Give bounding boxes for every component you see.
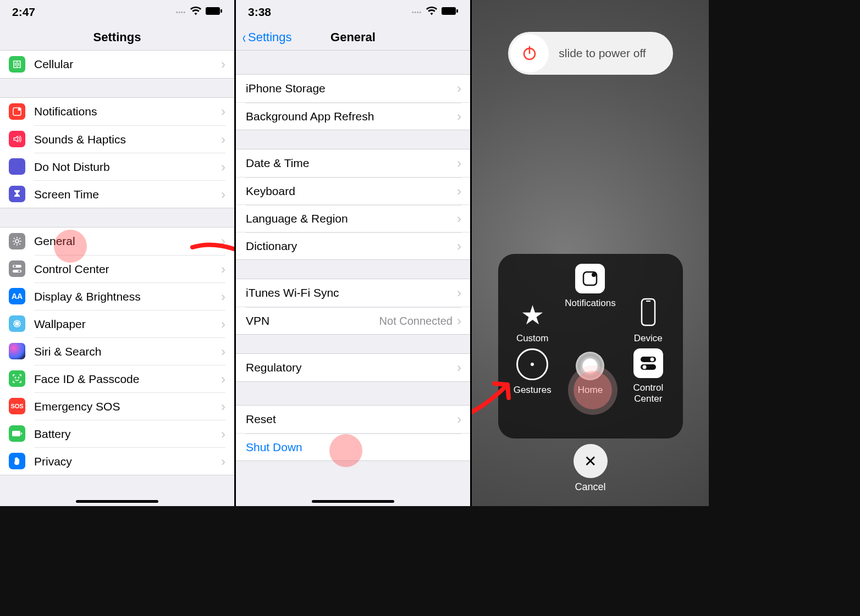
svg-rect-0 (206, 7, 220, 15)
svg-rect-16 (456, 9, 458, 13)
row-date-time[interactable]: Date & Time› (236, 149, 470, 177)
at-device[interactable]: Device (619, 264, 677, 348)
at-gestures[interactable]: Gestures (504, 348, 561, 433)
row-keyboard[interactable]: Keyboard› (236, 177, 470, 204)
row-vpn[interactable]: VPNNot Connected› (236, 307, 470, 334)
row-bg-refresh[interactable]: Background App Refresh› (236, 102, 470, 130)
nav-bar: ‹ Settings General (236, 24, 470, 51)
section-sep (236, 130, 470, 149)
chevron-icon: › (457, 238, 461, 254)
chevron-icon: › (221, 132, 225, 147)
row-label: Background App Refresh (246, 110, 374, 123)
section-sep (0, 78, 234, 98)
at-control-center[interactable]: Control Center (619, 348, 677, 433)
row-dictionary[interactable]: Dictionary› (236, 232, 470, 259)
chevron-icon: › (221, 454, 225, 469)
chevron-icon: › (457, 360, 461, 375)
chevron-icon: › (457, 313, 461, 329)
cell-signal-icon: •••• (412, 9, 422, 15)
row-label: Keyboard (246, 185, 295, 198)
row-label: Date & Time (246, 157, 310, 170)
row-label: Control Center (34, 263, 109, 276)
home-indicator[interactable] (312, 500, 394, 503)
settings-screen: 2:47 •••• Settings Cellular› Notificatio… (0, 0, 236, 506)
home-indicator[interactable] (76, 500, 158, 503)
row-iphone-storage[interactable]: iPhone Storage› (236, 75, 470, 102)
toggles-icon (9, 260, 25, 277)
chevron-icon: › (221, 57, 225, 72)
chevron-icon: › (457, 211, 461, 226)
chevron-icon: › (457, 285, 461, 301)
at-custom[interactable]: ★ Custom (504, 264, 561, 348)
cellular-icon (9, 56, 25, 73)
assistive-touch-menu: Notifications ★ Custom Device Gestures H… (498, 254, 683, 439)
row-sos[interactable]: SOS Emergency SOS› (0, 392, 234, 420)
wallpaper-icon (9, 315, 25, 332)
row-dnd[interactable]: Do Not Disturb› (0, 153, 234, 180)
row-label: Display & Brightness (34, 290, 141, 303)
chevron-icon: › (221, 104, 225, 119)
row-label: Siri & Search (34, 345, 102, 358)
row-notifications[interactable]: Notifications› (0, 98, 234, 125)
row-label: Regulatory (246, 361, 302, 374)
row-control-center[interactable]: Control Center› (0, 255, 234, 282)
status-time: 3:38 (248, 5, 271, 19)
svg-point-12 (18, 377, 19, 378)
row-language[interactable]: Language & Region› (236, 204, 470, 232)
row-label: Do Not Disturb (34, 160, 110, 174)
page-title: Settings (93, 30, 141, 45)
row-battery[interactable]: Battery› (0, 420, 234, 447)
svg-point-4 (15, 240, 19, 243)
section-sep (236, 51, 470, 75)
control-center-icon (633, 348, 663, 378)
row-label: iPhone Storage (246, 82, 326, 95)
row-siri[interactable]: Siri & Search› (0, 337, 234, 365)
back-button[interactable]: ‹ Settings (241, 30, 292, 45)
wifi-icon (190, 7, 201, 18)
at-notifications[interactable]: Notifications (561, 264, 619, 348)
section-sep (0, 208, 234, 227)
row-general[interactable]: General› (0, 227, 234, 255)
row-wallpaper[interactable]: Wallpaper› (0, 310, 234, 337)
poweroff-screen: slide to power off Notifications ★ Custo… (472, 0, 709, 506)
row-regulatory[interactable]: Regulatory› (236, 354, 470, 381)
svg-point-25 (650, 358, 654, 362)
chevron-icon: › (221, 317, 225, 332)
row-faceid[interactable]: Face ID & Passcode› (0, 365, 234, 392)
gestures-icon (516, 348, 548, 380)
cancel-button[interactable]: ✕ (574, 444, 608, 478)
back-label: Settings (248, 30, 292, 45)
power-off-slider[interactable]: slide to power off (508, 32, 673, 75)
sounds-icon (9, 131, 25, 147)
row-label: Dictionary (246, 240, 297, 253)
row-sounds[interactable]: Sounds & Haptics› (0, 125, 234, 153)
chevron-icon: › (221, 344, 225, 359)
row-screentime[interactable]: Screen Time› (0, 180, 234, 208)
row-display[interactable]: AA Display & Brightness› (0, 282, 234, 310)
row-label: Sounds & Haptics (34, 133, 126, 146)
tap-indicator (574, 371, 612, 409)
chevron-icon: › (457, 109, 461, 124)
chevron-icon: › (457, 412, 461, 427)
row-itunes-sync[interactable]: iTunes Wi-Fi Sync› (236, 279, 470, 307)
power-icon[interactable] (510, 34, 549, 73)
at-label: Notifications (565, 298, 616, 309)
chevron-icon: › (221, 234, 225, 249)
svg-point-7 (14, 265, 16, 268)
gear-icon (9, 233, 25, 249)
svg-point-27 (642, 365, 646, 369)
chevron-icon: › (457, 184, 461, 199)
row-reset[interactable]: Reset› (236, 406, 470, 433)
general-screen: 3:38 •••• ‹ Settings General iPhone Stor… (236, 0, 472, 506)
svg-rect-14 (21, 432, 22, 435)
close-icon: ✕ (584, 452, 597, 470)
row-label: Battery (34, 428, 71, 441)
row-cellular[interactable]: Cellular› (0, 51, 234, 78)
page-title: General (330, 30, 376, 45)
row-privacy[interactable]: Privacy› (0, 447, 234, 475)
svg-point-11 (15, 377, 16, 378)
row-shutdown[interactable]: Shut Down (236, 433, 470, 460)
row-label: iTunes Wi-Fi Sync (246, 286, 339, 299)
svg-point-20 (592, 273, 596, 277)
chevron-icon: › (221, 399, 225, 414)
